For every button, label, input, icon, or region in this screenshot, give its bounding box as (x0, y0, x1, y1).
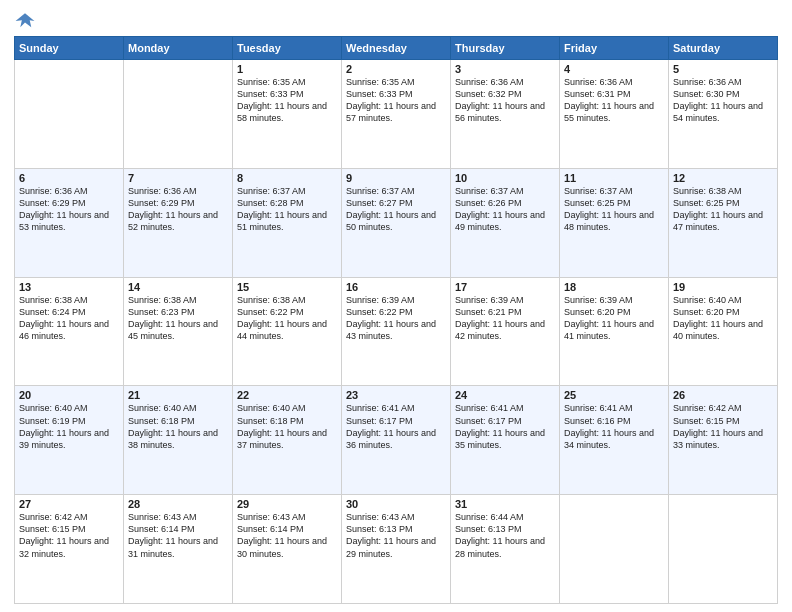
day-info: Sunrise: 6:41 AM Sunset: 6:16 PM Dayligh… (564, 402, 664, 451)
header-row: SundayMondayTuesdayWednesdayThursdayFrid… (15, 37, 778, 60)
col-header-sunday: Sunday (15, 37, 124, 60)
day-number: 22 (237, 389, 337, 401)
day-info: Sunrise: 6:40 AM Sunset: 6:19 PM Dayligh… (19, 402, 119, 451)
calendar-cell: 18Sunrise: 6:39 AM Sunset: 6:20 PM Dayli… (560, 277, 669, 386)
day-number: 1 (237, 63, 337, 75)
day-number: 25 (564, 389, 664, 401)
calendar-cell: 27Sunrise: 6:42 AM Sunset: 6:15 PM Dayli… (15, 495, 124, 604)
calendar-cell: 14Sunrise: 6:38 AM Sunset: 6:23 PM Dayli… (124, 277, 233, 386)
day-number: 21 (128, 389, 228, 401)
calendar-cell: 5Sunrise: 6:36 AM Sunset: 6:30 PM Daylig… (669, 60, 778, 169)
calendar-cell: 31Sunrise: 6:44 AM Sunset: 6:13 PM Dayli… (451, 495, 560, 604)
calendar-cell: 22Sunrise: 6:40 AM Sunset: 6:18 PM Dayli… (233, 386, 342, 495)
day-number: 17 (455, 281, 555, 293)
day-number: 31 (455, 498, 555, 510)
calendar-cell: 16Sunrise: 6:39 AM Sunset: 6:22 PM Dayli… (342, 277, 451, 386)
day-info: Sunrise: 6:41 AM Sunset: 6:17 PM Dayligh… (346, 402, 446, 451)
day-number: 5 (673, 63, 773, 75)
calendar-cell (560, 495, 669, 604)
day-info: Sunrise: 6:36 AM Sunset: 6:29 PM Dayligh… (128, 185, 228, 234)
calendar-cell (124, 60, 233, 169)
week-row-1: 1Sunrise: 6:35 AM Sunset: 6:33 PM Daylig… (15, 60, 778, 169)
day-info: Sunrise: 6:37 AM Sunset: 6:28 PM Dayligh… (237, 185, 337, 234)
day-info: Sunrise: 6:38 AM Sunset: 6:23 PM Dayligh… (128, 294, 228, 343)
col-header-tuesday: Tuesday (233, 37, 342, 60)
calendar-cell: 8Sunrise: 6:37 AM Sunset: 6:28 PM Daylig… (233, 168, 342, 277)
day-number: 23 (346, 389, 446, 401)
day-info: Sunrise: 6:38 AM Sunset: 6:25 PM Dayligh… (673, 185, 773, 234)
svg-marker-0 (16, 13, 35, 27)
week-row-5: 27Sunrise: 6:42 AM Sunset: 6:15 PM Dayli… (15, 495, 778, 604)
calendar-cell: 23Sunrise: 6:41 AM Sunset: 6:17 PM Dayli… (342, 386, 451, 495)
day-info: Sunrise: 6:35 AM Sunset: 6:33 PM Dayligh… (346, 76, 446, 125)
day-number: 20 (19, 389, 119, 401)
col-header-monday: Monday (124, 37, 233, 60)
day-info: Sunrise: 6:39 AM Sunset: 6:22 PM Dayligh… (346, 294, 446, 343)
calendar-cell: 30Sunrise: 6:43 AM Sunset: 6:13 PM Dayli… (342, 495, 451, 604)
calendar-cell: 20Sunrise: 6:40 AM Sunset: 6:19 PM Dayli… (15, 386, 124, 495)
col-header-thursday: Thursday (451, 37, 560, 60)
day-info: Sunrise: 6:41 AM Sunset: 6:17 PM Dayligh… (455, 402, 555, 451)
day-info: Sunrise: 6:43 AM Sunset: 6:13 PM Dayligh… (346, 511, 446, 560)
col-header-friday: Friday (560, 37, 669, 60)
day-info: Sunrise: 6:37 AM Sunset: 6:27 PM Dayligh… (346, 185, 446, 234)
day-info: Sunrise: 6:36 AM Sunset: 6:32 PM Dayligh… (455, 76, 555, 125)
day-info: Sunrise: 6:42 AM Sunset: 6:15 PM Dayligh… (673, 402, 773, 451)
calendar-cell: 11Sunrise: 6:37 AM Sunset: 6:25 PM Dayli… (560, 168, 669, 277)
day-info: Sunrise: 6:39 AM Sunset: 6:20 PM Dayligh… (564, 294, 664, 343)
calendar-cell: 6Sunrise: 6:36 AM Sunset: 6:29 PM Daylig… (15, 168, 124, 277)
page: SundayMondayTuesdayWednesdayThursdayFrid… (0, 0, 792, 612)
day-info: Sunrise: 6:38 AM Sunset: 6:22 PM Dayligh… (237, 294, 337, 343)
day-number: 12 (673, 172, 773, 184)
day-info: Sunrise: 6:40 AM Sunset: 6:18 PM Dayligh… (237, 402, 337, 451)
col-header-wednesday: Wednesday (342, 37, 451, 60)
calendar-cell: 4Sunrise: 6:36 AM Sunset: 6:31 PM Daylig… (560, 60, 669, 169)
calendar-cell: 12Sunrise: 6:38 AM Sunset: 6:25 PM Dayli… (669, 168, 778, 277)
day-number: 10 (455, 172, 555, 184)
calendar-cell: 7Sunrise: 6:36 AM Sunset: 6:29 PM Daylig… (124, 168, 233, 277)
calendar-cell: 25Sunrise: 6:41 AM Sunset: 6:16 PM Dayli… (560, 386, 669, 495)
week-row-2: 6Sunrise: 6:36 AM Sunset: 6:29 PM Daylig… (15, 168, 778, 277)
day-info: Sunrise: 6:44 AM Sunset: 6:13 PM Dayligh… (455, 511, 555, 560)
calendar-cell: 3Sunrise: 6:36 AM Sunset: 6:32 PM Daylig… (451, 60, 560, 169)
logo-icon (14, 10, 36, 32)
calendar-cell: 19Sunrise: 6:40 AM Sunset: 6:20 PM Dayli… (669, 277, 778, 386)
day-info: Sunrise: 6:42 AM Sunset: 6:15 PM Dayligh… (19, 511, 119, 560)
day-info: Sunrise: 6:43 AM Sunset: 6:14 PM Dayligh… (237, 511, 337, 560)
week-row-4: 20Sunrise: 6:40 AM Sunset: 6:19 PM Dayli… (15, 386, 778, 495)
day-number: 6 (19, 172, 119, 184)
calendar-cell: 24Sunrise: 6:41 AM Sunset: 6:17 PM Dayli… (451, 386, 560, 495)
calendar-cell: 10Sunrise: 6:37 AM Sunset: 6:26 PM Dayli… (451, 168, 560, 277)
day-number: 30 (346, 498, 446, 510)
day-info: Sunrise: 6:35 AM Sunset: 6:33 PM Dayligh… (237, 76, 337, 125)
logo (14, 10, 38, 32)
day-number: 26 (673, 389, 773, 401)
day-info: Sunrise: 6:40 AM Sunset: 6:18 PM Dayligh… (128, 402, 228, 451)
day-number: 2 (346, 63, 446, 75)
calendar-cell: 26Sunrise: 6:42 AM Sunset: 6:15 PM Dayli… (669, 386, 778, 495)
day-info: Sunrise: 6:37 AM Sunset: 6:26 PM Dayligh… (455, 185, 555, 234)
day-number: 27 (19, 498, 119, 510)
header (14, 10, 778, 32)
calendar-cell (15, 60, 124, 169)
day-number: 9 (346, 172, 446, 184)
day-info: Sunrise: 6:39 AM Sunset: 6:21 PM Dayligh… (455, 294, 555, 343)
day-number: 29 (237, 498, 337, 510)
day-number: 3 (455, 63, 555, 75)
day-number: 13 (19, 281, 119, 293)
day-number: 24 (455, 389, 555, 401)
day-info: Sunrise: 6:36 AM Sunset: 6:30 PM Dayligh… (673, 76, 773, 125)
calendar-cell (669, 495, 778, 604)
day-number: 28 (128, 498, 228, 510)
day-number: 19 (673, 281, 773, 293)
calendar-cell: 1Sunrise: 6:35 AM Sunset: 6:33 PM Daylig… (233, 60, 342, 169)
day-info: Sunrise: 6:38 AM Sunset: 6:24 PM Dayligh… (19, 294, 119, 343)
day-number: 7 (128, 172, 228, 184)
day-number: 16 (346, 281, 446, 293)
day-info: Sunrise: 6:37 AM Sunset: 6:25 PM Dayligh… (564, 185, 664, 234)
day-number: 11 (564, 172, 664, 184)
day-info: Sunrise: 6:36 AM Sunset: 6:29 PM Dayligh… (19, 185, 119, 234)
week-row-3: 13Sunrise: 6:38 AM Sunset: 6:24 PM Dayli… (15, 277, 778, 386)
day-number: 8 (237, 172, 337, 184)
day-info: Sunrise: 6:36 AM Sunset: 6:31 PM Dayligh… (564, 76, 664, 125)
